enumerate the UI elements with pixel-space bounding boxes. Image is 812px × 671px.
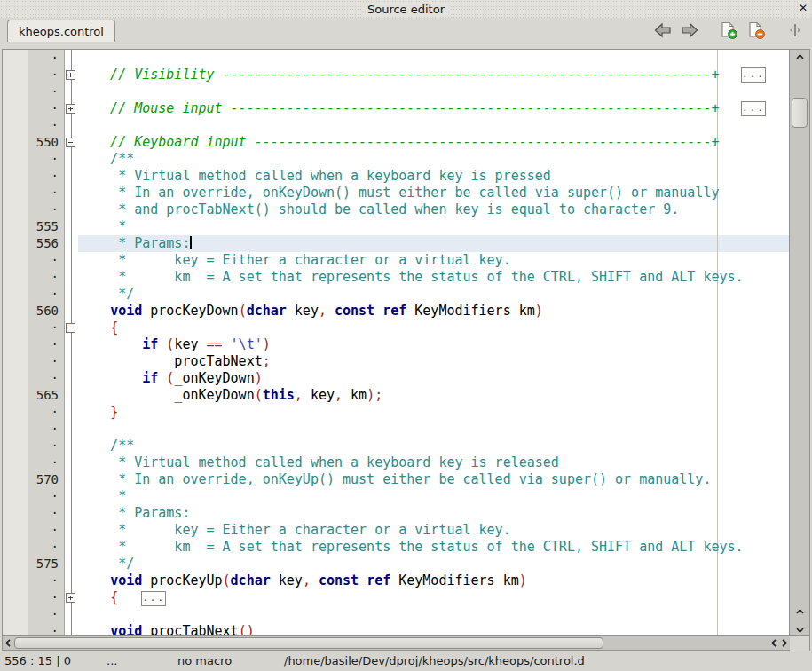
close-document-icon[interactable] — [746, 20, 766, 40]
gutter-line-number[interactable]: 556 — [28, 235, 64, 252]
gutter-line-number[interactable]: 550 — [28, 134, 64, 151]
scroll-left-icon-secondary[interactable] — [769, 636, 779, 651]
gutter-line-number[interactable]: 555 — [28, 218, 64, 235]
gutter-line-dot[interactable]: · — [28, 488, 64, 505]
code-line[interactable]: * — [78, 488, 789, 505]
vertical-scrollbar[interactable] — [789, 50, 809, 635]
fold-margin[interactable] — [65, 50, 78, 635]
gutter-line-dot[interactable]: · — [28, 320, 64, 336]
gutter-line-dot[interactable]: · — [28, 522, 64, 539]
new-document-icon[interactable] — [719, 20, 738, 40]
scroll-left-icon[interactable] — [3, 636, 13, 651]
tab-kheops-control[interactable]: kheops.control — [7, 20, 115, 42]
code-line[interactable] — [78, 606, 789, 623]
code-line[interactable] — [78, 117, 789, 134]
horizontal-scrollbar[interactable] — [3, 635, 809, 650]
code-line[interactable] — [78, 83, 789, 100]
code-line[interactable]: void procKeyDown(dchar key, const ref Ke… — [78, 303, 789, 320]
code-line[interactable]: * km = A set that represents the status … — [78, 539, 789, 556]
fold-collapsed-icon[interactable] — [66, 70, 75, 80]
gutter-line-dot[interactable]: · — [28, 606, 64, 623]
gutter-line-dot[interactable]: · — [28, 100, 64, 117]
code-line[interactable]: /** — [78, 151, 789, 168]
code-area[interactable]: // Visibility --------------------------… — [78, 50, 789, 635]
code-line[interactable]: * Virtual method called when a keyboard … — [78, 454, 789, 471]
gutter-line-number[interactable]: 570 — [28, 471, 64, 488]
gutter-line-dot[interactable]: · — [28, 185, 64, 201]
code-line[interactable]: // Mouse input -------------------------… — [78, 100, 789, 117]
gutter-line-dot[interactable]: · — [28, 589, 64, 606]
code-line[interactable]: * key = Either a character or a virtual … — [78, 522, 789, 539]
gutter-line-dot[interactable]: · — [28, 151, 64, 168]
scroll-up-icon[interactable] — [790, 50, 809, 64]
vertical-scroll-thumb[interactable] — [792, 98, 808, 128]
code-line[interactable]: // Visibility --------------------------… — [78, 67, 789, 83]
code-line[interactable]: * Params: — [78, 505, 789, 522]
code-line-current[interactable]: * Params: — [78, 235, 789, 252]
code-line[interactable] — [78, 421, 789, 438]
gutter-line-dot[interactable]: · — [28, 505, 64, 522]
gutter-line-dot[interactable]: · — [28, 286, 64, 303]
gutter-line-dot[interactable]: · — [28, 623, 64, 635]
go-back-icon[interactable] — [652, 20, 672, 40]
code-line[interactable]: } — [78, 404, 789, 421]
gutter-line-dot[interactable]: · — [28, 572, 64, 589]
gutter-line-dot[interactable]: · — [28, 404, 64, 421]
code-line[interactable]: */ — [78, 556, 789, 572]
detach-editor-icon[interactable] — [785, 20, 805, 40]
fold-expanded-icon[interactable] — [66, 323, 75, 333]
code-line[interactable]: void procKeyUp(dchar key, const ref KeyM… — [78, 572, 789, 589]
gutter-line-dot[interactable]: · — [28, 454, 64, 471]
code-line[interactable]: if (key == '\t') — [78, 336, 789, 353]
code-line[interactable]: * key = Either a character or a virtual … — [78, 252, 789, 269]
gutter-line-number[interactable]: 575 — [28, 556, 64, 572]
gutter-line-dot[interactable]: · — [28, 269, 64, 286]
gutter-line-dot[interactable]: · — [28, 67, 64, 83]
fold-expanded-icon[interactable] — [66, 138, 75, 147]
gutter-line-dot[interactable]: · — [28, 353, 64, 370]
gutter-line-dot[interactable]: · — [28, 168, 64, 185]
code-line[interactable]: // Keyboard input ----------------------… — [78, 134, 789, 151]
gutter-line-dot[interactable]: · — [28, 117, 64, 134]
code-line[interactable]: { — [78, 320, 789, 336]
code-line[interactable]: * — [78, 218, 789, 235]
gutter-line-dot[interactable]: · — [28, 50, 64, 67]
code-line[interactable]: * Virtual method called when a keyboard … — [78, 168, 789, 185]
gutter[interactable]: ·····550····555556···560····565····570··… — [28, 50, 65, 635]
code-line[interactable]: * km = A set that represents the status … — [78, 269, 789, 286]
gutter-line-dot[interactable]: · — [28, 421, 64, 438]
code-line[interactable]: void procTabNext() — [78, 623, 789, 635]
folded-block-ellipsis[interactable]: ... — [141, 591, 166, 606]
fold-collapsed-icon[interactable] — [66, 593, 75, 603]
scroll-right-icon[interactable] — [779, 636, 790, 651]
fold-collapsed-icon[interactable] — [66, 104, 75, 114]
folded-block-ellipsis[interactable]: ... — [741, 67, 766, 83]
code-line[interactable]: {... — [78, 589, 789, 606]
gutter-line-dot[interactable]: · — [28, 539, 64, 556]
code-line[interactable]: * In an override, onKeyDown() must eithe… — [78, 185, 789, 201]
gutter-line-dot[interactable]: · — [28, 83, 64, 100]
horizontal-scroll-thumb[interactable] — [14, 637, 603, 649]
code-line[interactable]: if (_onKeyDown) — [78, 370, 789, 387]
gutter-line-dot[interactable]: · — [28, 370, 64, 387]
go-forward-icon[interactable] — [680, 20, 699, 40]
code-line[interactable]: */ — [78, 286, 789, 303]
folded-block-ellipsis[interactable]: ... — [741, 101, 766, 116]
titlebar[interactable]: Source editor ✕ — [0, 0, 812, 18]
gutter-line-dot[interactable]: · — [28, 438, 64, 454]
code-line[interactable] — [78, 50, 789, 67]
horizontal-scroll-track[interactable] — [13, 636, 769, 651]
scroll-down-icon[interactable] — [795, 621, 805, 635]
code-line[interactable]: _onKeyDown(this, key, km); — [78, 387, 789, 404]
code-line[interactable]: * and procTabNext() should be called whe… — [78, 201, 789, 218]
vertical-scroll-track[interactable] — [790, 64, 809, 605]
close-icon[interactable]: ✕ — [799, 2, 808, 15]
gutter-line-dot[interactable]: · — [28, 201, 64, 218]
gutter-line-number[interactable]: 565 — [28, 387, 64, 404]
gutter-line-number[interactable]: 560 — [28, 303, 64, 320]
code-line[interactable]: /** — [78, 438, 789, 454]
gutter-line-dot[interactable]: · — [28, 336, 64, 353]
code-line[interactable]: procTabNext; — [78, 353, 789, 370]
gutter-line-dot[interactable]: · — [28, 252, 64, 269]
code-line[interactable]: * In an override, onKeyUp() must either … — [78, 471, 789, 488]
